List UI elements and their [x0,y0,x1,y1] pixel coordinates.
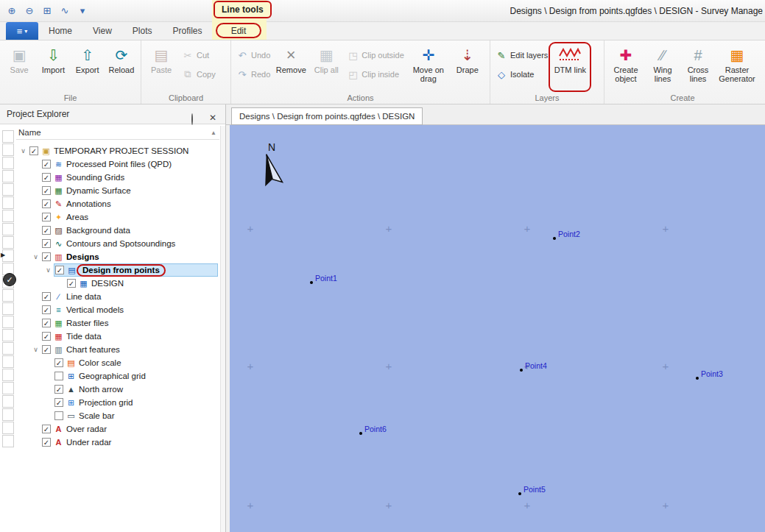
checkbox[interactable]: ✓ [54,358,63,367]
gutter-cell[interactable] [2,435,14,447]
drape-button[interactable]: ⇣ Drape [451,43,484,91]
checkbox[interactable]: ✓ [42,199,51,208]
checkbox[interactable]: ✓ [54,398,63,407]
redo-button[interactable]: ↷ Redo [234,67,272,82]
tree-item-design[interactable]: ✓▦DESIGN [16,277,218,290]
gutter-cell[interactable] [2,210,14,222]
cross-lines-button[interactable]: # Cross lines [681,43,715,91]
checkbox[interactable]: ✓ [42,292,51,301]
gutter-cell[interactable] [2,183,14,196]
tree-item-tide-data[interactable]: ✓▦Tide data [16,330,218,343]
document-tab[interactable]: Designs \ Design from points.qgfdes \ DE… [231,107,423,125]
gutter-cell[interactable] [2,422,14,434]
tab-plots[interactable]: Plots [122,22,163,40]
tab-view[interactable]: View [82,22,122,40]
checkbox[interactable]: ✓ [54,385,63,394]
tree-item-dynamic-surface[interactable]: ✓▦Dynamic Surface [16,184,218,197]
clip-inside-button[interactable]: ◰ Clip inside [345,67,406,82]
gutter-cell[interactable] [2,382,14,394]
gutter-cell[interactable] [2,289,14,302]
expander-icon[interactable]: ∨ [30,346,41,353]
tree-item-processed-point-files-qpd[interactable]: ✓≋Processed Point files (QPD) [16,157,218,171]
wing-lines-button[interactable]: ∕∕ Wing lines [646,43,680,91]
customize-icon[interactable]: ▾ [75,3,90,18]
expander-icon[interactable]: ∨ [30,253,41,260]
tree-item-temporary-project-session[interactable]: ∨✓▣TEMPORARY PROJECT SESSION [16,144,218,157]
checkbox[interactable] [54,372,63,380]
tree-item-areas[interactable]: ✓✦Areas [16,210,218,224]
tree-scrollbar[interactable] [220,126,225,532]
tree-item-geographical-grid[interactable]: ⊞Geographical grid [16,369,218,383]
tree-item-design-from-points[interactable]: ∨✓▤Design from points [16,263,218,277]
gutter-cell[interactable] [2,302,14,315]
checkbox[interactable]: ✓ [42,345,51,354]
checkbox[interactable]: ✓ [42,213,51,221]
clip-outside-button[interactable]: ◳ Clip outside [345,48,406,63]
import-button[interactable]: ⇩ Import [37,43,69,91]
map-view[interactable]: N ++++++++++++Point1Point2Point3Point4Po… [230,125,765,532]
tab-edit[interactable]: Edit [216,23,261,38]
tree-item-contours-and-spotsoundings[interactable]: ✓∿Contours and Spotsoundings [16,237,218,250]
application-menu-button[interactable]: ≡▾ [6,22,38,40]
gutter-cell[interactable] [2,355,14,368]
gutter-cell[interactable] [2,329,14,341]
checkbox[interactable]: ✓ [42,252,51,261]
checkbox[interactable]: ✓ [67,279,76,288]
zoom-out-icon[interactable]: ⊖ [22,3,37,18]
export-button[interactable]: ⇧ Export [71,43,104,91]
checkbox[interactable]: ✓ [42,239,51,248]
gutter-cell[interactable] [2,157,14,169]
tree-item-color-scale[interactable]: ✓▤Color scale [16,356,218,369]
tree-item-north-arrow[interactable]: ✓▲North arrow [16,383,218,396]
gutter-cell[interactable] [2,408,14,421]
checkbox[interactable]: ✓ [42,173,51,182]
checkbox[interactable]: ✓ [42,319,51,327]
gutter-cell[interactable] [2,170,14,182]
remove-button[interactable]: × Remove [274,43,308,91]
move-on-drag-button[interactable]: ✛ Move on drag [408,43,449,91]
paste-button[interactable]: ▤ Paste [144,43,178,91]
gutter-cell[interactable] [2,316,14,328]
edit-layers-button[interactable]: ✎ Edit layers [493,48,550,63]
checkbox[interactable]: ✓ [42,438,51,447]
expander-icon[interactable]: ∨ [43,266,54,274]
tree-item-projection-grid[interactable]: ✓⊞Projection grid [16,396,218,409]
gutter-cell[interactable] [2,143,14,156]
raster-generator-button[interactable]: ▦ Raster Generator [716,43,758,91]
undo-button[interactable]: ↶ Undo [234,48,272,63]
gutter-cell[interactable] [2,130,14,143]
tree-item-vertical-models[interactable]: ✓≡Vertical models [16,303,218,316]
copy-button[interactable]: ⧉ Copy [180,67,218,82]
tree-item-over-radar[interactable]: ✓AOver radar [16,422,218,436]
checkbox[interactable] [54,411,63,420]
tree-item-chart-features[interactable]: ∨✓▥Chart features [16,343,218,356]
checkbox[interactable]: ✓ [42,305,51,314]
tree-item-sounding-grids[interactable]: ✓▦Sounding Grids [16,171,218,184]
isolate-button[interactable]: ◇ Isolate [493,67,550,82]
tree-item-line-data[interactable]: ✓∕Line data [16,290,218,303]
tree-item-scale-bar[interactable]: ▭Scale bar [16,409,218,422]
zoom-extents-icon[interactable]: ⊞ [40,3,54,18]
tab-profiles[interactable]: Profiles [163,22,213,40]
tab-home[interactable]: Home [38,22,82,40]
cut-button[interactable]: ✂ Cut [180,48,218,63]
gutter-cell[interactable] [2,236,14,249]
checkbox[interactable]: ✓ [42,186,51,195]
gutter-cell[interactable] [2,369,14,381]
tree-item-raster-files[interactable]: ✓▦Raster files [16,316,218,330]
gutter-cell[interactable] [2,196,14,209]
dtm-link-button[interactable]: DTM link [551,43,588,91]
save-button[interactable]: ▣ Save [3,43,35,91]
zoom-in-icon[interactable]: ⊕ [4,3,19,18]
checkbox[interactable]: ✓ [29,146,38,155]
reload-button[interactable]: ⟳ Reload [105,43,138,91]
tree-item-background-data[interactable]: ✓▨Background data [16,224,218,237]
create-object-button[interactable]: ✚ Create object [607,43,644,91]
gutter-cell[interactable] [2,342,14,355]
profile-chart-icon[interactable]: ∿ [57,3,72,18]
tree-item-designs[interactable]: ∨✓▥Designs [16,250,218,263]
tree-item-under-radar[interactable]: ✓AUnder radar [16,436,218,449]
expander-icon[interactable]: ∨ [18,147,29,155]
checkbox[interactable]: ✓ [42,226,51,235]
tree-item-annotations[interactable]: ✓✎Annotations [16,197,218,210]
